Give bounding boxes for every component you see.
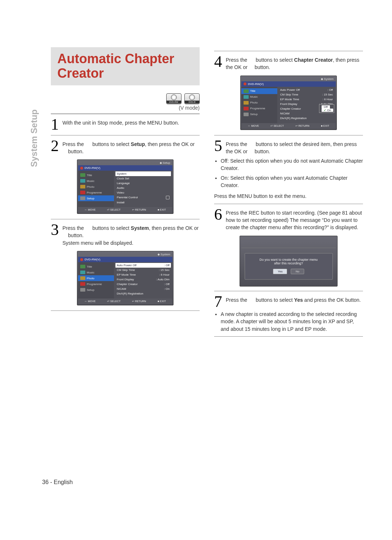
dialog-no-button[interactable]: No [291,269,304,274]
osd-row-clock-set[interactable]: Clock Set [115,176,171,181]
right-icon [249,149,253,154]
osd-row-parental[interactable]: Parental Control [115,195,171,200]
exit-hint: ■ EXIT [158,208,166,211]
osd-nav-title[interactable]: Title [241,88,277,94]
osd-row-system[interactable]: System [115,171,171,176]
osd-row[interactable]: EP Mode Time: 6 Hour [279,97,334,102]
vmode-label: (V mode) [51,105,200,111]
osd-disc-bar: DVD-RW(V) [78,257,172,262]
programme-icon [80,191,85,194]
osd-dropdown[interactable]: Off On [319,104,334,113]
left-column: Automatic Chapter Creator DVD-RW DVD-R (… [51,47,200,340]
columns: Automatic Chapter Creator DVD-RW DVD-R (… [51,47,363,340]
osd-nav-setup[interactable]: Setup [241,111,277,117]
exit-hint: ■ EXIT [158,300,166,303]
photo-icon [80,276,85,280]
osd-disc-bar: DVD-RW(V) [241,81,336,87]
osd-right-panel: Auto Power Off: Off CM Skip Time: 15 Sec… [277,87,336,123]
osd-row[interactable]: EP Mode Time: 6 Hour [115,272,171,277]
arrow-icon [249,57,254,63]
osd-nav-title[interactable]: Title [78,264,114,269]
osd-option-off[interactable]: Off [322,105,330,109]
step-number: 5 [214,139,222,153]
osd-nav-photo[interactable]: Photo [78,184,114,190]
osd-nav-programme[interactable]: Programme [241,106,277,111]
title-icon [244,89,249,93]
osd-nav-photo[interactable]: Photo [241,100,277,106]
osd-confirm-dialog: Do you want to create the chapter menu a… [240,236,338,287]
bullet-on: On: Select this option when you want Aut… [221,174,363,189]
title-block: Automatic Chapter Creator [51,47,200,85]
step-number: 4 [214,55,222,68]
osd-nav-music[interactable]: Music [78,178,114,184]
osd-setup-menu: ◆ Setup DVD-RW(V) Title Music Photo Prog… [77,159,173,214]
osd-nav-programme[interactable]: Programme [78,281,114,287]
page-title: Automatic Chapter Creator [57,52,193,80]
step-number: 2 [51,139,59,153]
osd-row-install[interactable]: Install [115,200,171,205]
disc-badges: DVD-RW DVD-R [51,93,200,104]
osd-footer: ↔ MOVE ⏎ SELECT ↩ RETURN ■ EXIT [241,123,336,129]
osd-row-video[interactable]: Video [115,190,171,195]
step-number: 6 [214,208,222,221]
osd-nav-music[interactable]: Music [241,94,277,100]
divider [51,114,200,114]
osd-body: Title Music Photo Programme Setup Auto P… [241,87,336,123]
dialog-line2: after this recording? [249,261,329,265]
select-hint: ⏎ SELECT [270,125,284,127]
osd-breadcrumb: ◆ System [78,252,172,257]
step-body: Press the buttons to select Chapter Crea… [226,55,363,71]
osd-row[interactable]: DivX(R) Registration [279,116,334,121]
right-icon [62,232,67,238]
osd-row[interactable]: Auto Power Off: Off [115,263,171,268]
osd-footer: ↔ MOVE ⏎ SELECT ↩ RETURN ■ EXIT [78,299,172,304]
osd-row-audio[interactable]: Audio [115,186,171,190]
osd-row[interactable]: CM Skip Time: 15 Sec [115,268,171,272]
divider [51,135,200,135]
osd-nav-title[interactable]: Title [78,172,114,178]
disc-badge-dvd-r: DVD-R [184,93,200,104]
osd-option-on[interactable]: On [322,109,333,112]
photo-icon [244,101,249,105]
osd-right-panel: System Clock Set Language Audio Video Pa… [114,171,172,207]
section-tab: System Setup [29,109,39,167]
move-hint: ↔ MOVE [85,208,96,211]
move-hint: ↔ MOVE [248,125,259,127]
title-icon [80,173,85,177]
return-hint: ↩ RETURN [132,300,146,303]
osd-nav-music[interactable]: Music [78,269,114,275]
osd-nav-setup[interactable]: Setup [78,287,114,293]
osd-row[interactable]: Chapter Creator: Off [115,282,171,287]
osd-row[interactable]: Auto Power Off: Off [279,88,334,92]
footer-lang: English [54,479,73,485]
lock-icon [166,196,170,199]
step-7: 7 Press the buttons to select Yes and pr… [214,295,363,308]
music-icon [244,95,249,99]
osd-row[interactable]: DivX(R) Registration [115,291,171,296]
step-number: 7 [214,295,222,308]
dialog-yes-button[interactable]: Yes [273,269,287,274]
step-body: With the unit in Stop mode, press the ME… [62,118,179,126]
footer-sep: - [50,479,52,485]
divider [51,219,200,219]
osd-row[interactable]: CM Skip Time: 15 Sec [279,92,334,97]
osd-row[interactable]: NICAM: On [115,287,171,291]
arrow-icon [249,141,254,147]
programme-icon [80,282,85,286]
page: System Setup Automatic Chapter Creator D… [0,0,392,540]
programme-icon [244,107,249,110]
step-6: 6 Press the REC button to start recordin… [214,208,363,231]
osd-nav-photo[interactable]: Photo [78,275,114,281]
gear-icon [80,196,85,200]
step-1: 1 With the unit in Stop mode, press the … [51,118,200,131]
osd-right-panel: Auto Power Off: Off CM Skip Time: 15 Sec… [114,262,172,299]
divider [214,204,363,204]
arrow-icon [85,141,91,147]
osd-row-language[interactable]: Language [115,181,171,186]
step-7-bullets: A new chapter is created according to th… [221,310,363,333]
osd-row[interactable]: Front Display: Auto Dim [115,277,171,282]
arrow-icon [249,297,254,303]
osd-body: Title Music Photo Programme Setup Auto P… [78,262,172,299]
osd-nav-programme[interactable]: Programme [78,190,114,195]
osd-nav-setup[interactable]: Setup [78,195,114,201]
